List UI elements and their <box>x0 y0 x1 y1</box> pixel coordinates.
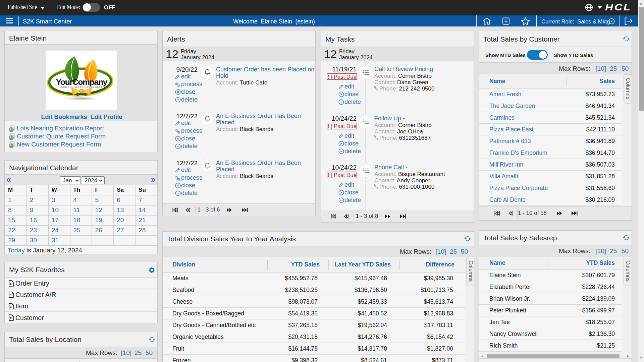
svg-text:YourCompany: YourCompany <box>56 77 108 86</box>
svg-text:COMPANY SLOGAN GOES HERE: COMPANY SLOGAN GOES HERE <box>60 86 103 88</box>
